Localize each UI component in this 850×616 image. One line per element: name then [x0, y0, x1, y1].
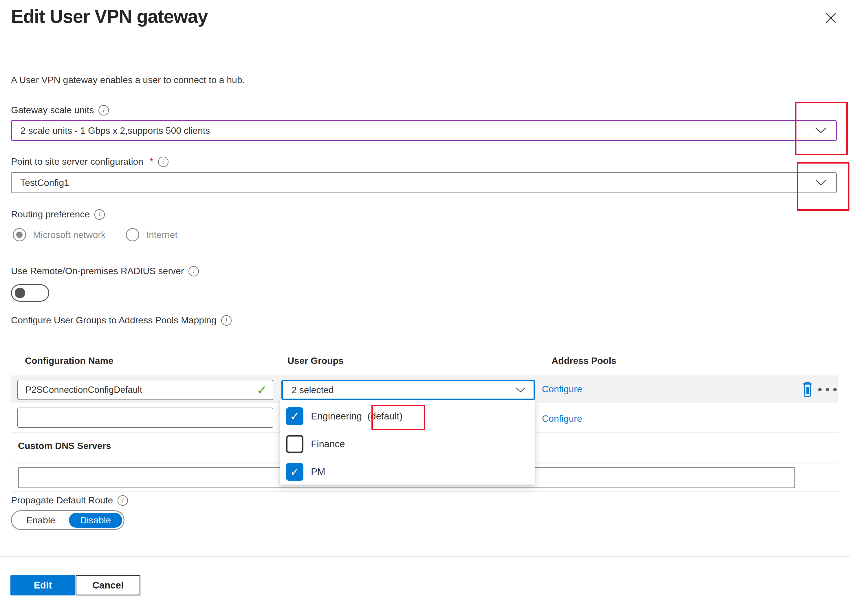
info-icon[interactable]: i	[99, 105, 109, 115]
info-icon[interactable]: i	[158, 157, 169, 167]
cancel-button[interactable]: Cancel	[76, 575, 141, 595]
configuration-name-input-row2[interactable]	[17, 408, 273, 428]
footer-divider	[0, 556, 850, 557]
intro-text: A User VPN gateway enables a user to con…	[11, 75, 245, 85]
column-header-user-groups: User Groups	[287, 356, 344, 366]
checkbox-unchecked-icon[interactable]	[286, 435, 304, 453]
user-groups-mapping-label-row: Configure User Groups to Address Pools M…	[11, 315, 232, 326]
configure-link-row2[interactable]: Configure	[542, 413, 582, 424]
propagate-route-pill-toggle: Enable Disable	[11, 510, 124, 530]
toggle-knob	[15, 288, 25, 298]
checkbox-checked-icon[interactable]: ✓	[286, 407, 304, 425]
checkbox-checked-icon[interactable]: ✓	[286, 463, 304, 481]
edit-user-vpn-gateway-panel: Edit User VPN gateway A User VPN gateway…	[0, 0, 850, 616]
info-icon[interactable]: i	[189, 266, 199, 277]
gateway-scale-units-label-row: Gateway scale units i	[11, 105, 109, 115]
radius-toggle[interactable]	[11, 284, 49, 302]
page-title: Edit User VPN gateway	[11, 6, 208, 27]
user-groups-multiselect-value: 2 selected	[292, 385, 334, 395]
p2s-config-select[interactable]: TestConfig1	[11, 172, 837, 193]
p2s-config-value: TestConfig1	[20, 178, 69, 188]
gateway-scale-units-select[interactable]: 2 scale units - 1 Gbps x 2,supports 500 …	[11, 120, 837, 141]
delete-row-button[interactable]	[801, 381, 814, 398]
column-header-address-pools: Address Pools	[552, 356, 617, 366]
close-icon	[824, 11, 838, 25]
propagate-default-route-label: Propagate Default Route	[11, 495, 113, 506]
configure-link-row1[interactable]: Configure	[542, 384, 582, 395]
annotation-box-p2s-chevron	[797, 162, 849, 211]
dropdown-option-pm[interactable]: ✓ PM	[280, 458, 535, 486]
disable-option-selected[interactable]: Disable	[69, 513, 122, 528]
option-label: Finance	[311, 438, 345, 450]
info-icon[interactable]: i	[221, 315, 232, 326]
required-asterisk: *	[150, 156, 153, 167]
p2s-config-label: Point to site server configuration	[11, 156, 143, 167]
propagate-default-route-label-row: Propagate Default Route i	[11, 495, 128, 506]
column-header-configuration-name: Configuration Name	[25, 356, 114, 366]
routing-preference-options: Microsoft network Internet	[13, 228, 178, 241]
info-icon[interactable]: i	[94, 209, 105, 220]
gateway-scale-units-value: 2 scale units - 1 Gbps x 2,supports 500 …	[21, 126, 210, 136]
trash-icon	[801, 381, 814, 398]
annotation-box-scale-units-chevron	[795, 102, 848, 155]
gateway-scale-units-label: Gateway scale units	[11, 105, 94, 115]
radio-microsoft-network-label: Microsoft network	[33, 230, 106, 240]
dropdown-option-finance[interactable]: Finance	[280, 430, 535, 458]
p2s-config-label-row: Point to site server configuration * i	[11, 156, 169, 167]
annotation-box-default-suffix	[371, 405, 425, 430]
user-groups-multiselect[interactable]: 2 selected	[281, 380, 535, 400]
configuration-name-input[interactable]	[17, 380, 273, 400]
close-button[interactable]	[824, 11, 838, 25]
row-more-options-button[interactable]	[818, 388, 837, 391]
custom-dns-heading: Custom DNS Servers	[18, 441, 111, 451]
radio-microsoft-network[interactable]	[13, 228, 26, 241]
divider	[11, 491, 838, 492]
info-icon[interactable]: i	[118, 495, 128, 506]
routing-preference-label-row: Routing preference i	[11, 209, 105, 220]
user-groups-mapping-label: Configure User Groups to Address Pools M…	[11, 315, 217, 326]
radio-internet-label: Internet	[146, 230, 178, 240]
radio-internet[interactable]	[126, 228, 139, 241]
radius-label: Use Remote/On-premises RADIUS server	[11, 266, 184, 277]
valid-check-icon: ✓	[256, 383, 267, 398]
ellipsis-icon	[818, 388, 822, 391]
routing-preference-label: Routing preference	[11, 209, 90, 220]
edit-button[interactable]: Edit	[10, 575, 75, 595]
radius-label-row: Use Remote/On-premises RADIUS server i	[11, 266, 199, 277]
option-label: PM	[311, 466, 325, 477]
chevron-down-icon	[515, 385, 526, 395]
enable-option[interactable]: Enable	[12, 511, 70, 529]
